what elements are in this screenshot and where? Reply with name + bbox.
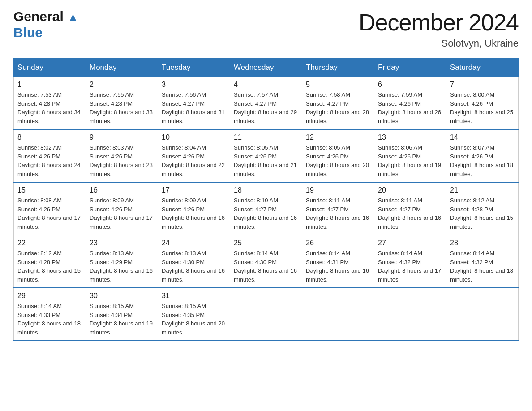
calendar-cell: 24 Sunrise: 8:13 AMSunset: 4:30 PMDaylig… — [158, 235, 230, 288]
logo: General Blue — [13, 9, 78, 40]
day-number: 15 — [17, 186, 82, 194]
calendar-cell: 30 Sunrise: 8:15 AMSunset: 4:34 PMDaylig… — [86, 288, 158, 341]
day-info: Sunrise: 7:55 AMSunset: 4:28 PMDaylight:… — [90, 91, 153, 124]
day-number: 11 — [234, 133, 298, 141]
weekday-header-row: SundayMondayTuesdayWednesdayThursdayFrid… — [14, 59, 519, 77]
day-number: 16 — [90, 186, 154, 194]
svg-marker-0 — [70, 14, 76, 21]
calendar-week-4: 22 Sunrise: 8:12 AMSunset: 4:28 PMDaylig… — [14, 235, 519, 288]
day-info: Sunrise: 7:58 AMSunset: 4:27 PMDaylight:… — [306, 91, 369, 124]
calendar-cell: 14 Sunrise: 8:07 AMSunset: 4:26 PMDaylig… — [446, 129, 519, 182]
day-number: 4 — [234, 81, 298, 89]
day-info: Sunrise: 8:00 AMSunset: 4:26 PMDaylight:… — [450, 91, 513, 124]
day-number: 26 — [306, 239, 370, 247]
calendar-cell: 17 Sunrise: 8:09 AMSunset: 4:26 PMDaylig… — [158, 182, 230, 235]
day-number: 9 — [90, 133, 154, 141]
logo-general-text: General — [13, 9, 78, 25]
weekday-tuesday: Tuesday — [158, 59, 230, 77]
day-number: 20 — [378, 186, 442, 194]
day-number: 31 — [162, 292, 226, 300]
day-info: Sunrise: 8:08 AMSunset: 4:26 PMDaylight:… — [17, 197, 81, 230]
calendar-cell: 23 Sunrise: 8:13 AMSunset: 4:29 PMDaylig… — [86, 235, 158, 288]
day-info: Sunrise: 8:12 AMSunset: 4:28 PMDaylight:… — [17, 250, 81, 283]
day-info: Sunrise: 8:15 AMSunset: 4:34 PMDaylight:… — [90, 303, 153, 336]
calendar-cell: 7 Sunrise: 8:00 AMSunset: 4:26 PMDayligh… — [446, 77, 519, 130]
day-number: 14 — [450, 133, 515, 141]
calendar-cell: 2 Sunrise: 7:55 AMSunset: 4:28 PMDayligh… — [86, 77, 158, 130]
calendar-cell: 13 Sunrise: 8:06 AMSunset: 4:26 PMDaylig… — [374, 129, 446, 182]
day-info: Sunrise: 8:02 AMSunset: 4:26 PMDaylight:… — [17, 144, 81, 177]
calendar-cell: 19 Sunrise: 8:11 AMSunset: 4:27 PMDaylig… — [302, 182, 374, 235]
day-info: Sunrise: 8:05 AMSunset: 4:26 PMDaylight:… — [306, 144, 369, 177]
calendar-cell: 16 Sunrise: 8:09 AMSunset: 4:26 PMDaylig… — [86, 182, 158, 235]
day-number: 18 — [234, 186, 298, 194]
day-number: 10 — [162, 133, 226, 141]
calendar-header: SundayMondayTuesdayWednesdayThursdayFrid… — [14, 59, 519, 77]
calendar-cell: 18 Sunrise: 8:10 AMSunset: 4:27 PMDaylig… — [230, 182, 302, 235]
calendar-cell: 9 Sunrise: 8:03 AMSunset: 4:26 PMDayligh… — [86, 129, 158, 182]
calendar-cell: 5 Sunrise: 7:58 AMSunset: 4:27 PMDayligh… — [302, 77, 374, 130]
calendar-cell: 8 Sunrise: 8:02 AMSunset: 4:26 PMDayligh… — [14, 129, 86, 182]
weekday-wednesday: Wednesday — [230, 59, 302, 77]
day-info: Sunrise: 8:09 AMSunset: 4:26 PMDaylight:… — [162, 197, 225, 230]
day-number: 12 — [306, 133, 370, 141]
location-text: Solotvyn, Ukraine — [359, 38, 519, 49]
calendar-table: SundayMondayTuesdayWednesdayThursdayFrid… — [13, 58, 519, 341]
calendar-cell: 4 Sunrise: 7:57 AMSunset: 4:27 PMDayligh… — [230, 77, 302, 130]
calendar-cell: 27 Sunrise: 8:14 AMSunset: 4:32 PMDaylig… — [374, 235, 446, 288]
day-info: Sunrise: 8:13 AMSunset: 4:30 PMDaylight:… — [162, 250, 225, 283]
calendar-cell: 31 Sunrise: 8:15 AMSunset: 4:35 PMDaylig… — [158, 288, 230, 341]
day-number: 7 — [450, 81, 515, 89]
day-number: 1 — [17, 81, 82, 89]
calendar-cell: 21 Sunrise: 8:12 AMSunset: 4:28 PMDaylig… — [446, 182, 519, 235]
calendar-cell: 20 Sunrise: 8:11 AMSunset: 4:27 PMDaylig… — [374, 182, 446, 235]
weekday-saturday: Saturday — [446, 59, 519, 77]
day-number: 28 — [450, 239, 515, 247]
day-number: 22 — [17, 239, 82, 247]
day-number: 30 — [90, 292, 154, 300]
day-number: 27 — [378, 239, 442, 247]
logo-triangle-icon — [68, 13, 78, 22]
day-info: Sunrise: 7:57 AMSunset: 4:27 PMDaylight:… — [234, 91, 297, 124]
day-info: Sunrise: 8:14 AMSunset: 4:32 PMDaylight:… — [450, 250, 513, 283]
month-title: December 2024 — [359, 9, 519, 36]
day-info: Sunrise: 8:15 AMSunset: 4:35 PMDaylight:… — [162, 303, 225, 336]
calendar-cell: 15 Sunrise: 8:08 AMSunset: 4:26 PMDaylig… — [14, 182, 86, 235]
day-number: 23 — [90, 239, 154, 247]
day-info: Sunrise: 7:59 AMSunset: 4:26 PMDaylight:… — [378, 91, 441, 124]
calendar-cell: 28 Sunrise: 8:14 AMSunset: 4:32 PMDaylig… — [446, 235, 519, 288]
day-number: 13 — [378, 133, 442, 141]
calendar-cell: 12 Sunrise: 8:05 AMSunset: 4:26 PMDaylig… — [302, 129, 374, 182]
calendar-cell: 6 Sunrise: 7:59 AMSunset: 4:26 PMDayligh… — [374, 77, 446, 130]
weekday-sunday: Sunday — [14, 59, 86, 77]
day-info: Sunrise: 8:07 AMSunset: 4:26 PMDaylight:… — [450, 144, 513, 177]
day-number: 21 — [450, 186, 515, 194]
calendar-cell: 26 Sunrise: 8:14 AMSunset: 4:31 PMDaylig… — [302, 235, 374, 288]
day-number: 6 — [378, 81, 442, 89]
day-number: 19 — [306, 186, 370, 194]
day-number: 8 — [17, 133, 82, 141]
day-info: Sunrise: 8:11 AMSunset: 4:27 PMDaylight:… — [378, 197, 441, 230]
day-info: Sunrise: 7:56 AMSunset: 4:27 PMDaylight:… — [162, 91, 225, 124]
weekday-friday: Friday — [374, 59, 446, 77]
calendar-cell — [446, 288, 519, 341]
day-number: 29 — [17, 292, 82, 300]
calendar-cell: 1 Sunrise: 7:53 AMSunset: 4:28 PMDayligh… — [14, 77, 86, 130]
day-info: Sunrise: 8:03 AMSunset: 4:26 PMDaylight:… — [90, 144, 153, 177]
calendar-cell — [374, 288, 446, 341]
calendar-cell — [302, 288, 374, 341]
calendar-cell: 3 Sunrise: 7:56 AMSunset: 4:27 PMDayligh… — [158, 77, 230, 130]
day-info: Sunrise: 7:53 AMSunset: 4:28 PMDaylight:… — [17, 91, 81, 124]
day-info: Sunrise: 8:14 AMSunset: 4:31 PMDaylight:… — [306, 250, 369, 283]
day-info: Sunrise: 8:13 AMSunset: 4:29 PMDaylight:… — [90, 250, 153, 283]
calendar-week-5: 29 Sunrise: 8:14 AMSunset: 4:33 PMDaylig… — [14, 288, 519, 341]
logo-blue-text: Blue — [13, 25, 78, 40]
calendar-cell: 10 Sunrise: 8:04 AMSunset: 4:26 PMDaylig… — [158, 129, 230, 182]
calendar-cell — [230, 288, 302, 341]
day-info: Sunrise: 8:12 AMSunset: 4:28 PMDaylight:… — [450, 197, 513, 230]
calendar-cell: 25 Sunrise: 8:14 AMSunset: 4:30 PMDaylig… — [230, 235, 302, 288]
day-info: Sunrise: 8:06 AMSunset: 4:26 PMDaylight:… — [378, 144, 441, 177]
calendar-cell: 29 Sunrise: 8:14 AMSunset: 4:33 PMDaylig… — [14, 288, 86, 341]
day-number: 2 — [90, 81, 154, 89]
calendar-week-3: 15 Sunrise: 8:08 AMSunset: 4:26 PMDaylig… — [14, 182, 519, 235]
